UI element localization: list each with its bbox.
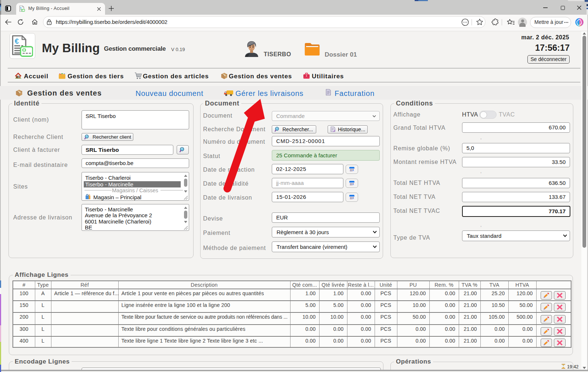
svg-text:€: € [15,37,19,45]
svg-text:€: € [20,7,22,9]
